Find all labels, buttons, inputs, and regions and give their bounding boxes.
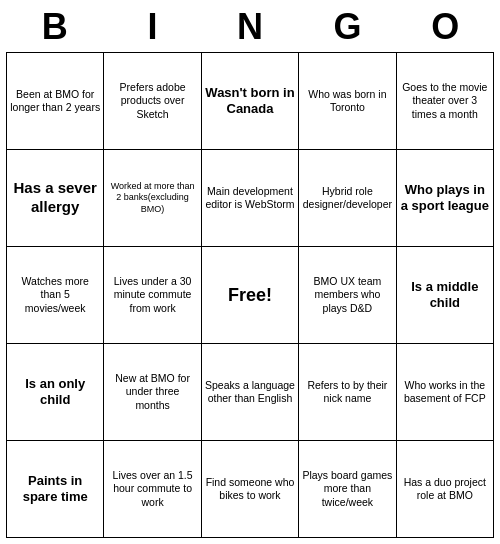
cell-text-13: BMO UX team members who plays D&D xyxy=(302,275,392,314)
title-letter-i: I xyxy=(108,6,196,48)
cell-text-4: Goes to the movie theater over 3 times a… xyxy=(400,81,490,120)
cell-text-0: Been at BMO for longer than 2 years xyxy=(10,88,100,114)
cell-text-1: Prefers adobe products over Sketch xyxy=(107,81,197,120)
bingo-cell-6[interactable]: Worked at more than 2 banks(excluding BM… xyxy=(104,150,201,247)
bingo-cell-18[interactable]: Refers to by their nick name xyxy=(299,344,396,441)
cell-text-7: Main development editor is WebStorm xyxy=(205,185,295,211)
bingo-cell-2[interactable]: Wasn't born in Canada xyxy=(202,53,299,150)
title-letter-b: B xyxy=(11,6,99,48)
bingo-cell-8[interactable]: Hybrid role designer/developer xyxy=(299,150,396,247)
bingo-cell-22[interactable]: Find someone who bikes to work xyxy=(202,441,299,538)
cell-text-24: Has a duo project role at BMO xyxy=(400,476,490,502)
cell-text-19: Who works in the basement of FCP xyxy=(400,379,490,405)
bingo-cell-20[interactable]: Paints in spare time xyxy=(7,441,104,538)
bingo-cell-16[interactable]: New at BMO for under three months xyxy=(104,344,201,441)
bingo-cell-3[interactable]: Who was born in Toronto xyxy=(299,53,396,150)
bingo-cell-21[interactable]: Lives over an 1.5 hour commute to work xyxy=(104,441,201,538)
bingo-cell-24[interactable]: Has a duo project role at BMO xyxy=(397,441,494,538)
bingo-cell-12[interactable]: Free! xyxy=(202,247,299,344)
bingo-cell-17[interactable]: Speaks a language other than English xyxy=(202,344,299,441)
cell-text-17: Speaks a language other than English xyxy=(205,379,295,405)
cell-text-12: Free! xyxy=(228,284,272,307)
bingo-cell-0[interactable]: Been at BMO for longer than 2 years xyxy=(7,53,104,150)
cell-text-18: Refers to by their nick name xyxy=(302,379,392,405)
cell-text-3: Who was born in Toronto xyxy=(302,88,392,114)
cell-text-9: Who plays in a sport league xyxy=(400,182,490,215)
cell-text-2: Wasn't born in Canada xyxy=(205,85,295,118)
cell-text-22: Find someone who bikes to work xyxy=(205,476,295,502)
bingo-cell-7[interactable]: Main development editor is WebStorm xyxy=(202,150,299,247)
cell-text-23: Plays board games more than twice/week xyxy=(302,469,392,508)
cell-text-5: Has a sever allergy xyxy=(10,179,100,217)
cell-text-16: New at BMO for under three months xyxy=(107,372,197,411)
cell-text-6: Worked at more than 2 banks(excluding BM… xyxy=(107,181,197,215)
cell-text-15: Is an only child xyxy=(10,376,100,409)
bingo-grid: Been at BMO for longer than 2 yearsPrefe… xyxy=(6,52,494,538)
cell-text-14: Is a middle child xyxy=(400,279,490,312)
bingo-title: BINGO xyxy=(6,6,494,48)
cell-text-8: Hybrid role designer/developer xyxy=(302,185,392,211)
title-letter-n: N xyxy=(206,6,294,48)
bingo-cell-14[interactable]: Is a middle child xyxy=(397,247,494,344)
title-letter-o: O xyxy=(401,6,489,48)
bingo-cell-19[interactable]: Who works in the basement of FCP xyxy=(397,344,494,441)
bingo-cell-10[interactable]: Watches more than 5 movies/week xyxy=(7,247,104,344)
cell-text-20: Paints in spare time xyxy=(10,473,100,506)
bingo-cell-5[interactable]: Has a sever allergy xyxy=(7,150,104,247)
bingo-cell-13[interactable]: BMO UX team members who plays D&D xyxy=(299,247,396,344)
cell-text-11: Lives under a 30 minute commute from wor… xyxy=(107,275,197,314)
bingo-cell-1[interactable]: Prefers adobe products over Sketch xyxy=(104,53,201,150)
bingo-cell-9[interactable]: Who plays in a sport league xyxy=(397,150,494,247)
bingo-cell-11[interactable]: Lives under a 30 minute commute from wor… xyxy=(104,247,201,344)
bingo-cell-23[interactable]: Plays board games more than twice/week xyxy=(299,441,396,538)
cell-text-10: Watches more than 5 movies/week xyxy=(10,275,100,314)
title-letter-g: G xyxy=(304,6,392,48)
bingo-cell-4[interactable]: Goes to the movie theater over 3 times a… xyxy=(397,53,494,150)
bingo-cell-15[interactable]: Is an only child xyxy=(7,344,104,441)
cell-text-21: Lives over an 1.5 hour commute to work xyxy=(107,469,197,508)
